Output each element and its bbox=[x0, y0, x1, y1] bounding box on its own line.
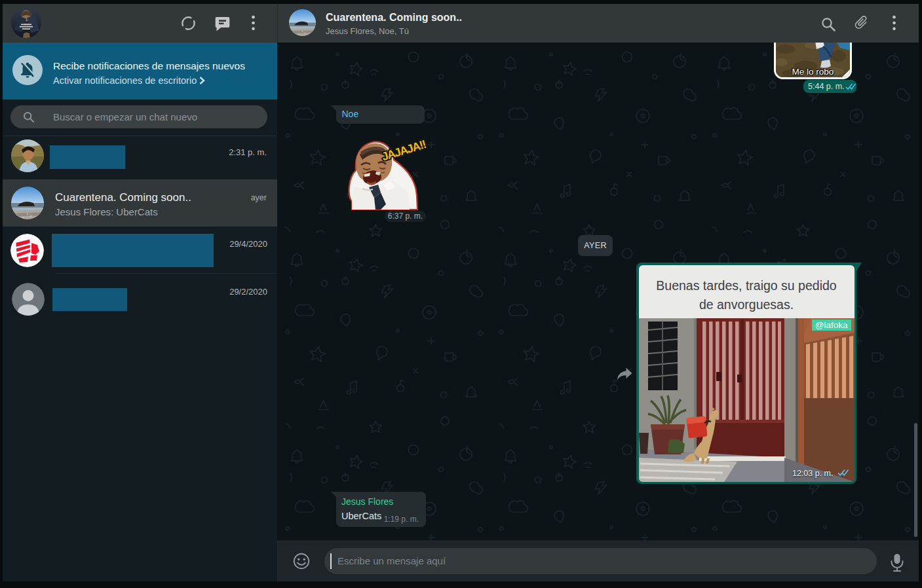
svg-text:JAJAJA!!: JAJAJA!! bbox=[380, 138, 427, 163]
